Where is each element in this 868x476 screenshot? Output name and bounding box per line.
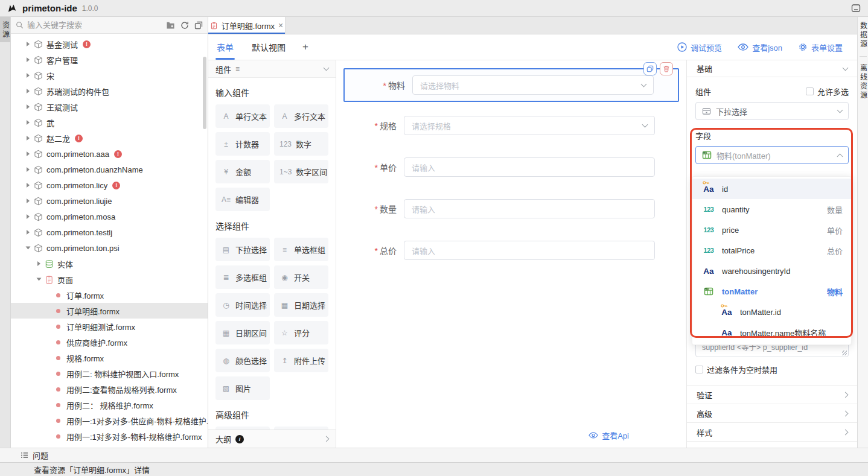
expand-arrow-icon[interactable] bbox=[27, 42, 30, 46]
expand-arrow-icon[interactable] bbox=[27, 89, 30, 94]
palette-component[interactable]: ▦ 日期选择 bbox=[274, 293, 328, 317]
tree-item[interactable]: com.primeton.mosa ! bbox=[11, 209, 208, 224]
field-option[interactable]: Aa 123 n:1 price 单价 bbox=[692, 220, 851, 240]
view-json-button[interactable]: 查看json bbox=[738, 42, 782, 53]
tree-item[interactable]: 页面 ! bbox=[11, 271, 208, 287]
monitor-icon[interactable] bbox=[851, 4, 861, 13]
field-option[interactable]: Aa 123 n:1 tonMatter.id bbox=[692, 302, 851, 322]
tree-item[interactable]: com.primeton.liujie ! bbox=[11, 193, 208, 209]
palette-component[interactable]: ◉ 开关 bbox=[274, 265, 328, 289]
expand-arrow-icon[interactable] bbox=[27, 183, 30, 188]
expand-arrow-icon[interactable] bbox=[27, 104, 30, 109]
collapse-all-icon[interactable] bbox=[194, 21, 203, 30]
tree-item[interactable]: 客户管理 ! bbox=[11, 52, 208, 68]
resources-rail-tab[interactable]: 资源 bbox=[0, 17, 10, 42]
expand-arrow-icon[interactable] bbox=[37, 261, 40, 266]
palette-component[interactable]: ▦ 日期区间 bbox=[215, 321, 270, 344]
expand-arrow-icon[interactable] bbox=[27, 151, 30, 156]
total-price-input[interactable]: 请输入 bbox=[404, 241, 655, 260]
tab-default-view[interactable]: 默认视图 bbox=[251, 34, 287, 60]
palette-component[interactable]: ◍ 颜色选择 bbox=[215, 349, 270, 372]
add-view-button[interactable]: + bbox=[302, 41, 308, 53]
tree-item[interactable]: com.primeton.aaa ! bbox=[11, 146, 208, 162]
tree-item[interactable]: 订单明细测试.formx ! bbox=[11, 319, 208, 334]
expand-arrow-icon[interactable] bbox=[27, 214, 30, 219]
palette-component[interactable]: 123 数字 bbox=[274, 132, 328, 156]
checkbox[interactable] bbox=[806, 87, 814, 95]
tree-item[interactable]: com.primeton.duanzhName ! bbox=[11, 162, 208, 177]
tree-item[interactable]: 订单明细.formx ! bbox=[11, 303, 208, 319]
new-folder-icon[interactable] bbox=[166, 21, 175, 29]
tree-item[interactable]: 用例一:1对多对多-物料-规格维护.formx ! bbox=[11, 428, 208, 444]
field-option[interactable]: Aa 123 n:1 totalPrice 总价 bbox=[692, 240, 851, 261]
tab-close-icon[interactable]: × bbox=[278, 21, 283, 30]
material-select[interactable]: 请选择物料 bbox=[412, 75, 654, 95]
view-api-link[interactable]: 查看Api bbox=[589, 430, 629, 441]
tree-item[interactable]: 用例二: 物料维护视图入口.formx ! bbox=[11, 366, 208, 381]
copy-component-button[interactable] bbox=[643, 62, 657, 75]
spec-select[interactable]: 请选择规格 bbox=[404, 116, 655, 135]
expand-arrow-icon[interactable] bbox=[27, 120, 30, 125]
quantity-input[interactable]: 请输入 bbox=[404, 199, 655, 218]
multi-select-checkbox[interactable]: 允许多选 bbox=[806, 86, 849, 97]
filter-disable-checkbox[interactable]: 过滤条件为空时禁用 bbox=[695, 364, 849, 375]
tree-item[interactable]: com.primeton.ton.psi ! bbox=[11, 240, 208, 256]
tree-item[interactable]: 用例二:查看物品规格列表.formx ! bbox=[11, 381, 208, 397]
search-input[interactable] bbox=[27, 21, 162, 30]
tree-item[interactable]: 宋 ! bbox=[11, 68, 208, 83]
tree-item[interactable]: 规格.formx ! bbox=[11, 350, 208, 366]
form-field-row[interactable]: *数量 请输入 bbox=[343, 199, 655, 218]
palette-component[interactable]: ◷ 时间选择 bbox=[215, 293, 270, 317]
tree-scrollbar[interactable] bbox=[203, 57, 206, 129]
validation-section[interactable]: 验证 bbox=[687, 386, 857, 404]
tree-item[interactable]: com.primeton.testlj ! bbox=[11, 224, 208, 240]
field-option[interactable]: Aa 123 n:1 id bbox=[692, 179, 851, 199]
tree-item[interactable]: 赵二龙 ! bbox=[11, 130, 208, 146]
expand-arrow-icon[interactable] bbox=[37, 278, 42, 281]
refresh-icon[interactable] bbox=[180, 21, 189, 30]
palette-component[interactable]: 1~3 数字区间 bbox=[274, 160, 328, 183]
advanced-section[interactable]: 高级 bbox=[687, 404, 857, 423]
palette-component[interactable]: ¥ 金额 bbox=[215, 160, 270, 183]
form-field-row[interactable]: *规格 请选择规格 bbox=[343, 116, 655, 135]
tree-item[interactable]: 订单.formx ! bbox=[11, 287, 208, 303]
expand-arrow-icon[interactable] bbox=[27, 198, 30, 203]
tree-item[interactable]: 供应商维护.formx ! bbox=[11, 334, 208, 350]
palette-component[interactable]: A 多行文本 bbox=[274, 104, 328, 128]
tree-item[interactable]: 武 ! bbox=[11, 115, 208, 130]
expand-arrow-icon[interactable] bbox=[27, 73, 30, 78]
offline-resources-rail-tab[interactable]: 离线资源 bbox=[858, 59, 868, 105]
field-option[interactable]: Aa 123 n:1 tonMatter 物料 bbox=[692, 281, 851, 302]
problems-bar[interactable]: 问题 bbox=[0, 448, 868, 462]
selected-component[interactable]: *物料 请选择物料 bbox=[343, 68, 679, 102]
form-field-row[interactable]: *总价 请输入 bbox=[343, 241, 655, 260]
form-settings-button[interactable]: 表单设置 bbox=[798, 42, 843, 53]
datasource-rail-tab[interactable]: 数据源 bbox=[858, 17, 868, 54]
palette-header[interactable]: 组件 ≡ bbox=[208, 60, 336, 78]
chevron-down-icon[interactable] bbox=[324, 65, 330, 71]
unit-price-input[interactable]: 请输入 bbox=[404, 157, 655, 177]
palette-component[interactable]: ± 计数器 bbox=[215, 132, 270, 156]
style-section[interactable]: 样式 bbox=[687, 423, 857, 442]
tree-item[interactable]: 基金测试 ! bbox=[11, 36, 208, 52]
palette-component[interactable]: A≡ 编辑器 bbox=[215, 188, 270, 211]
expand-arrow-icon[interactable] bbox=[27, 136, 30, 141]
debug-preview-button[interactable]: 调试预览 bbox=[677, 42, 722, 53]
delete-component-button[interactable] bbox=[660, 62, 673, 75]
tree-item[interactable]: 实体 ! bbox=[11, 256, 208, 271]
tree-item[interactable]: 用例一:1对多对多-供应商-物料-规格维护.formx ! bbox=[11, 413, 208, 428]
palette-menu-icon[interactable]: ≡ bbox=[235, 65, 240, 73]
field-option[interactable]: Aa 123 n:1 warehousingentryId bbox=[692, 261, 851, 281]
expand-arrow-icon[interactable] bbox=[27, 57, 30, 62]
editor-tab[interactable]: 订单明细.formx × bbox=[208, 17, 286, 34]
basic-section-header[interactable]: 基础 bbox=[687, 60, 857, 77]
field-option[interactable]: Aa 123 n:1 tonMatter.name物料名称 bbox=[692, 322, 851, 343]
checkbox[interactable] bbox=[695, 366, 703, 373]
form-field-row[interactable]: *单价 请输入 bbox=[343, 157, 655, 177]
palette-component[interactable]: ↥ 附件上传 bbox=[274, 349, 328, 372]
palette-component[interactable]: ▤ 下拉选择 bbox=[215, 238, 270, 261]
field-select[interactable]: n:1 物料(tonMatter) bbox=[695, 146, 849, 164]
tree-item[interactable]: 苏瑞测试的构件包 ! bbox=[11, 83, 208, 99]
expand-arrow-icon[interactable] bbox=[26, 247, 31, 250]
palette-component[interactable]: A 单行文本 bbox=[215, 104, 270, 128]
